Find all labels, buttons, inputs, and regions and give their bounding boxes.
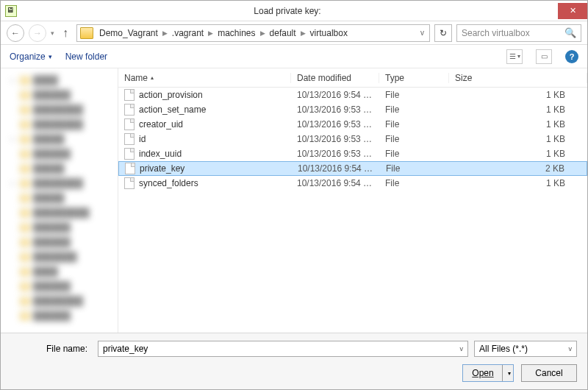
sort-caret-icon: ▴ [151, 74, 154, 81]
file-row[interactable]: action_provision10/13/2016 9:54 PMFile1 … [118, 88, 587, 102]
file-type: File [379, 119, 449, 130]
file-name: action_provision [139, 90, 203, 100]
file-icon [124, 133, 135, 145]
navbar: ← → ▾ ↑ Demo_Vagrant ▶ .vagrant ▶ machin… [1, 21, 587, 45]
file-name: index_uuid [139, 149, 182, 159]
file-name: synced_folders [139, 178, 198, 188]
file-type: File [379, 90, 449, 100]
titlebar: Load private key: ✕ [1, 1, 587, 21]
file-icon [124, 118, 135, 130]
refresh-button[interactable]: ↻ [434, 24, 452, 42]
file-row[interactable]: index_uuid10/13/2016 9:53 PMFile1 KB [118, 146, 587, 161]
open-button[interactable]: Open ▾ [462, 364, 514, 382]
file-date: 10/13/2016 9:53 PM [291, 134, 379, 144]
search-placeholder: Search virtualbox [462, 28, 530, 38]
column-header-type[interactable]: Type [379, 73, 449, 83]
file-size: 1 KB [449, 119, 587, 130]
breadcrumb-segment[interactable]: .vagrant [171, 28, 205, 38]
dialog-body: ▸████ ██████ ████████ ████████ ▸█████ ██… [1, 68, 587, 333]
file-icon [124, 89, 135, 101]
file-name: creator_uid [139, 119, 183, 130]
column-header-date[interactable]: Date modified [291, 73, 379, 83]
search-input[interactable]: Search virtualbox 🔍 [456, 24, 581, 42]
back-button[interactable]: ← [7, 24, 24, 42]
file-row[interactable]: private_key10/13/2016 9:54 PMFile2 KB [118, 161, 587, 176]
file-date: 10/13/2016 9:54 PM [291, 90, 379, 100]
breadcrumb-segment[interactable]: machines [216, 28, 257, 38]
column-header-name[interactable]: Name ▴ [118, 73, 291, 83]
column-headers: Name ▴ Date modified Type Size [118, 68, 587, 88]
file-size: 2 KB [450, 163, 587, 174]
chevron-right-icon: ▶ [205, 29, 216, 37]
cancel-button[interactable]: Cancel [521, 364, 577, 382]
file-icon [125, 163, 135, 174]
file-icon [124, 177, 135, 189]
up-button[interactable]: ↑ [59, 26, 72, 40]
folder-icon [80, 27, 93, 39]
breadcrumb-segment[interactable]: Demo_Vagrant [98, 28, 159, 38]
organize-menu[interactable]: Organize ▾ [10, 52, 52, 62]
file-row[interactable]: creator_uid10/13/2016 9:53 PMFile1 KB [118, 117, 587, 132]
file-row[interactable]: synced_folders10/13/2016 9:54 PMFile1 KB [118, 176, 587, 191]
file-type: File [380, 163, 450, 174]
preview-pane-button[interactable]: ▭ [536, 49, 552, 64]
file-icon [124, 104, 135, 116]
filename-label: File name: [11, 344, 92, 354]
history-dropdown[interactable]: ▾ [51, 29, 54, 37]
view-mode-button[interactable]: ☰▾ [506, 49, 523, 64]
file-date: 10/13/2016 9:53 PM [291, 149, 379, 159]
app-icon [5, 5, 17, 17]
file-type: File [379, 178, 449, 188]
file-size: 1 KB [449, 149, 587, 159]
footer: File name: private_key v All Files (*.*)… [1, 333, 587, 389]
breadcrumb-segment[interactable]: default [268, 28, 298, 38]
chevron-right-icon: ▶ [159, 29, 171, 37]
forward-button[interactable]: → [29, 24, 46, 42]
file-type: File [379, 134, 449, 144]
chevron-right-icon: ▶ [257, 29, 268, 37]
address-bar[interactable]: Demo_Vagrant ▶ .vagrant ▶ machines ▶ def… [76, 24, 430, 42]
column-header-size[interactable]: Size [449, 73, 587, 83]
file-name: private_key [140, 163, 184, 174]
search-icon: 🔍 [564, 27, 576, 38]
window-title: Load private key: [17, 6, 558, 16]
file-type: File [379, 149, 449, 159]
file-date: 10/13/2016 9:54 PM [292, 163, 380, 174]
address-dropdown[interactable]: v [418, 29, 426, 37]
chevron-right-icon: ▶ [298, 29, 309, 37]
filename-input[interactable]: private_key v [98, 341, 468, 357]
file-date: 10/13/2016 9:53 PM [291, 104, 379, 115]
file-size: 1 KB [449, 134, 587, 144]
new-folder-button[interactable]: New folder [65, 52, 107, 62]
breadcrumb-segment[interactable]: virtualbox [309, 28, 349, 38]
file-date: 10/13/2016 9:53 PM [291, 119, 379, 130]
file-list[interactable]: action_provision10/13/2016 9:54 PMFile1 … [118, 88, 587, 333]
close-button[interactable]: ✕ [558, 3, 587, 19]
navigation-pane[interactable]: ▸████ ██████ ████████ ████████ ▸█████ ██… [1, 68, 118, 333]
file-size: 1 KB [449, 104, 587, 115]
file-pane: Name ▴ Date modified Type Size action_pr… [118, 68, 587, 333]
file-type-filter[interactable]: All Files (*.*) v [474, 341, 577, 357]
file-date: 10/13/2016 9:54 PM [291, 178, 379, 188]
file-size: 1 KB [449, 178, 587, 188]
file-name: action_set_name [139, 104, 206, 115]
toolbar: Organize ▾ New folder ☰▾ ▭ ? [1, 45, 587, 68]
help-button[interactable]: ? [565, 50, 578, 63]
caret-down-icon: v [569, 345, 573, 352]
file-icon [124, 148, 135, 160]
file-type: File [379, 104, 449, 115]
caret-down-icon[interactable]: ▾ [508, 370, 511, 377]
file-row[interactable]: id10/13/2016 9:53 PMFile1 KB [118, 132, 587, 146]
caret-down-icon: v [460, 345, 464, 352]
file-row[interactable]: action_set_name10/13/2016 9:53 PMFile1 K… [118, 102, 587, 117]
caret-down-icon: ▾ [49, 53, 52, 60]
file-name: id [139, 134, 146, 144]
file-open-dialog: Load private key: ✕ ← → ▾ ↑ Demo_Vagrant… [0, 0, 588, 390]
file-size: 1 KB [449, 90, 587, 100]
